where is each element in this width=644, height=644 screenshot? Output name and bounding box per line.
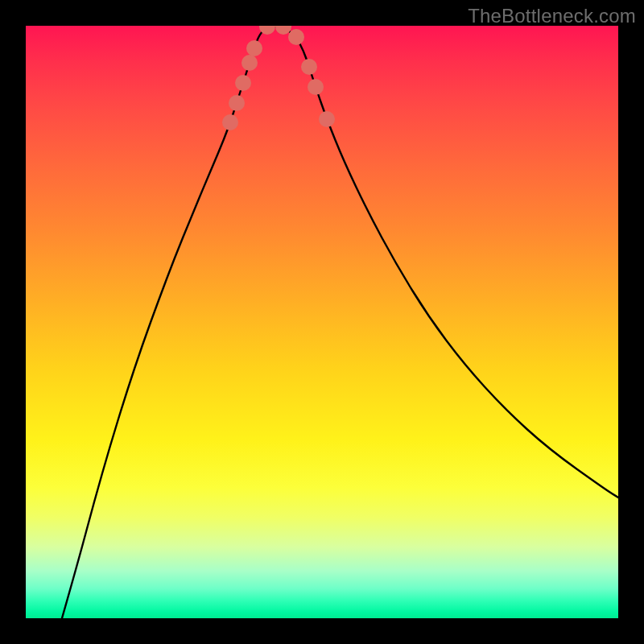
chart-svg <box>26 26 618 618</box>
watermark-label: TheBottleneck.com <box>468 5 636 27</box>
chart-curve <box>62 27 618 618</box>
chart-marker <box>308 79 324 95</box>
chart-marker <box>288 29 304 45</box>
chart-marker <box>246 40 262 56</box>
chart-frame <box>26 26 618 618</box>
chart-markers <box>222 26 335 130</box>
chart-marker <box>275 26 291 35</box>
chart-marker <box>242 55 258 71</box>
chart-marker <box>235 75 251 91</box>
chart-marker <box>319 111 335 127</box>
chart-marker <box>222 114 238 130</box>
chart-marker <box>301 59 317 75</box>
chart-marker <box>229 95 245 111</box>
